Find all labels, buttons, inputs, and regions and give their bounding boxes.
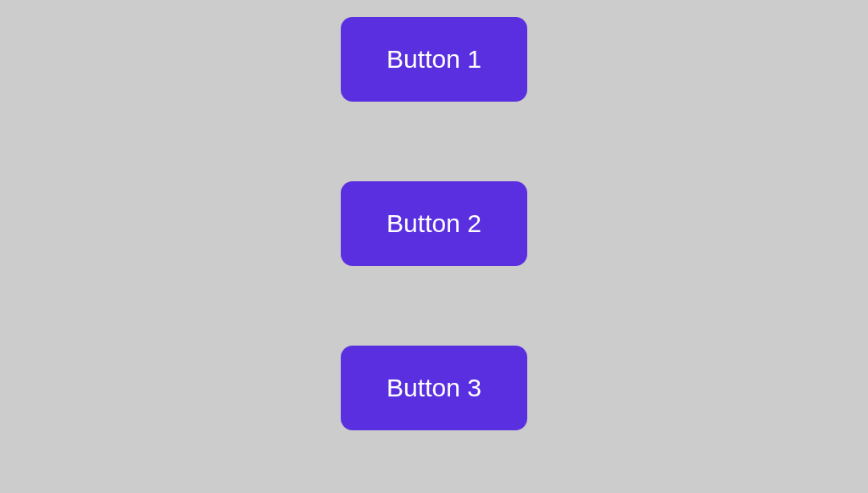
button-3[interactable]: Button 3 — [341, 346, 527, 430]
button-2[interactable]: Button 2 — [341, 181, 527, 266]
button-1[interactable]: Button 1 — [341, 17, 527, 102]
